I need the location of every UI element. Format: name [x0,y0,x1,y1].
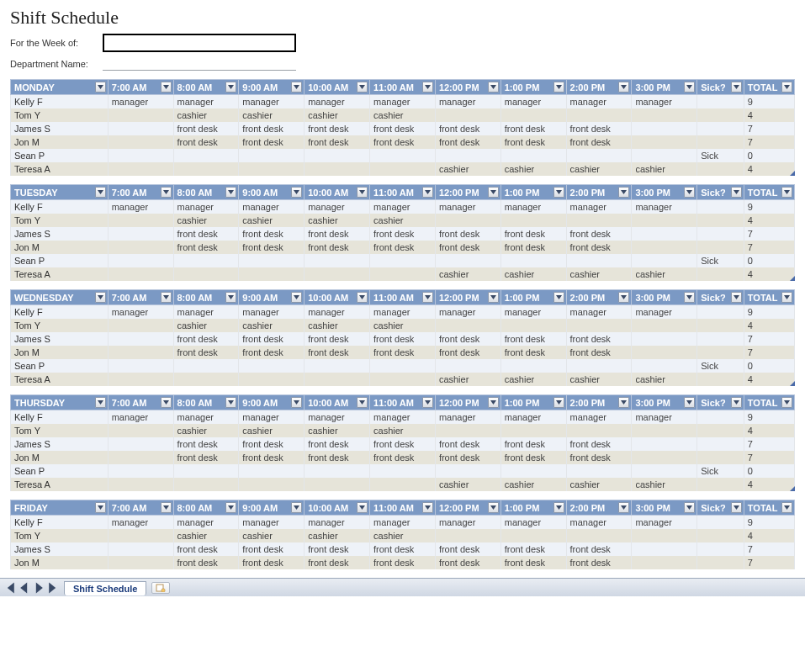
shift-cell[interactable] [108,359,173,373]
filter-dropdown-icon[interactable] [781,397,792,408]
shift-cell[interactable]: front desk [370,437,436,451]
employee-name-cell[interactable]: Tom Y [11,214,109,227]
shift-cell[interactable]: front desk [500,556,566,569]
shift-cell[interactable] [108,135,173,149]
sick-cell[interactable] [697,135,744,149]
filter-dropdown-icon[interactable] [422,187,433,198]
shift-cell[interactable] [566,319,632,332]
shift-cell[interactable]: cashier [305,214,370,227]
shift-cell[interactable] [108,214,173,227]
shift-cell[interactable]: manager [370,410,436,425]
sick-cell[interactable] [697,122,744,135]
employee-name-cell[interactable]: Teresa A [11,478,109,491]
sick-cell[interactable]: Sick [697,464,744,478]
shift-cell[interactable] [566,529,632,542]
shift-cell[interactable]: front desk [435,227,500,241]
shift-cell[interactable]: front desk [305,437,370,451]
filter-dropdown-icon[interactable] [95,292,106,303]
shift-cell[interactable]: cashier [239,108,305,122]
day-header[interactable]: THURSDAY [11,395,109,410]
time-header[interactable]: 8:00 AM [173,395,239,410]
shift-cell[interactable] [108,332,173,346]
shift-cell[interactable]: cashier [239,214,305,227]
shift-cell[interactable] [108,437,173,451]
filter-dropdown-icon[interactable] [684,187,695,198]
shift-cell[interactable]: cashier [566,267,632,281]
filter-dropdown-icon[interactable] [553,187,564,198]
time-header[interactable]: 7:00 AM [108,185,173,200]
shift-cell[interactable] [239,464,305,478]
employee-name-cell[interactable]: Kelly F [11,516,109,530]
sick-header[interactable]: Sick? [697,80,744,95]
shift-cell[interactable] [173,359,239,373]
time-header[interactable]: 2:00 PM [566,500,632,516]
sick-cell[interactable] [697,451,744,464]
filter-dropdown-icon[interactable] [422,82,433,93]
shift-cell[interactable]: cashier [305,108,370,122]
sick-cell[interactable] [697,529,744,542]
shift-cell[interactable]: front desk [370,451,436,464]
shift-cell[interactable] [500,149,566,162]
shift-cell[interactable] [108,254,173,267]
sheet-tab-active[interactable]: Shift Schedule [64,581,146,595]
shift-cell[interactable]: front desk [173,542,239,556]
employee-name-cell[interactable]: Teresa A [11,162,109,176]
shift-cell[interactable]: front desk [435,122,500,135]
total-cell[interactable]: 4 [744,162,794,176]
shift-cell[interactable]: manager [435,95,500,109]
shift-cell[interactable]: cashier [566,478,632,491]
filter-dropdown-icon[interactable] [618,292,629,303]
filter-dropdown-icon[interactable] [684,292,695,303]
total-cell[interactable]: 4 [744,373,794,386]
filter-dropdown-icon[interactable] [357,82,368,93]
time-header[interactable]: 2:00 PM [566,395,632,410]
shift-cell[interactable] [305,478,370,491]
shift-cell[interactable]: front desk [173,346,239,359]
shift-cell[interactable] [632,214,697,227]
employee-name-cell[interactable]: Teresa A [11,373,109,386]
shift-cell[interactable] [305,254,370,267]
shift-cell[interactable]: cashier [370,108,436,122]
employee-name-cell[interactable]: Tom Y [11,529,109,542]
shift-cell[interactable]: cashier [500,478,566,491]
total-cell[interactable]: 4 [744,529,794,542]
filter-dropdown-icon[interactable] [161,187,172,198]
total-header[interactable]: TOTAL [744,185,794,200]
shift-cell[interactable] [632,346,697,359]
sick-cell[interactable] [697,200,744,214]
shift-cell[interactable]: front desk [239,227,305,241]
employee-name-cell[interactable]: James S [11,332,109,346]
total-cell[interactable]: 4 [744,319,794,332]
shift-cell[interactable]: front desk [566,556,632,569]
shift-cell[interactable] [632,451,697,464]
shift-cell[interactable]: front desk [239,451,305,464]
shift-cell[interactable] [108,108,173,122]
shift-cell[interactable]: cashier [370,214,436,227]
total-cell[interactable]: 7 [744,556,794,569]
shift-cell[interactable]: manager [173,95,239,109]
shift-cell[interactable] [632,149,697,162]
sick-cell[interactable] [697,478,744,491]
shift-cell[interactable]: cashier [370,424,436,437]
shift-cell[interactable] [435,424,500,437]
shift-cell[interactable]: front desk [370,227,436,241]
shift-cell[interactable] [108,149,173,162]
shift-cell[interactable] [370,254,436,267]
shift-cell[interactable] [108,464,173,478]
shift-cell[interactable]: cashier [173,214,239,227]
day-header[interactable]: WEDNESDAY [11,290,109,305]
filter-dropdown-icon[interactable] [225,502,236,513]
total-cell[interactable]: 9 [744,305,794,320]
filter-dropdown-icon[interactable] [291,187,302,198]
filter-dropdown-icon[interactable] [225,187,236,198]
employee-name-cell[interactable]: Jon M [11,135,109,149]
employee-name-cell[interactable]: Jon M [11,346,109,359]
filter-dropdown-icon[interactable] [731,292,742,303]
week-of-input[interactable] [103,34,296,52]
shift-cell[interactable]: front desk [566,451,632,464]
shift-cell[interactable]: manager [173,410,239,425]
shift-cell[interactable]: front desk [566,332,632,346]
time-header[interactable]: 10:00 AM [305,395,370,410]
time-header[interactable]: 3:00 PM [632,80,697,95]
total-cell[interactable]: 4 [744,267,794,281]
